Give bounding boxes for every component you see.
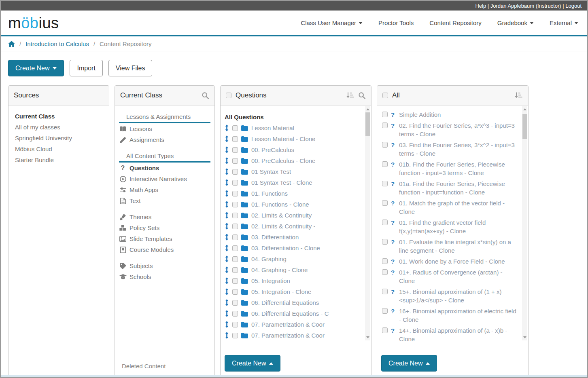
question-row[interactable]: ? 01b. Find the Fourier Series, Piecewis… <box>382 160 518 177</box>
folder-label[interactable]: 06. Differential Equations <box>251 299 319 306</box>
folder-row[interactable]: 01 Syntax Test - Clone <box>225 177 363 188</box>
question-row[interactable]: ? 01a. Find the Fourier Series, Piecewis… <box>382 179 518 196</box>
folder-row[interactable]: 01. Functions <box>225 188 363 199</box>
question-checkbox[interactable] <box>382 112 388 117</box>
content-type-item[interactable]: ? Questions <box>119 163 210 173</box>
folder-checkbox[interactable] <box>232 300 238 306</box>
question-checkbox[interactable] <box>382 308 388 314</box>
folder-label[interactable]: 07. Parametrization & Coor <box>251 321 325 328</box>
question-label[interactable]: 16+. Binomial approximation of electric … <box>399 307 518 324</box>
question-label[interactable]: 03. Find the Fourier Series, 3*x^2 - inp… <box>399 141 518 158</box>
folder-row[interactable]: 05. Integration <box>225 275 363 286</box>
content-type-item[interactable]: Lessons & Assignments <box>119 111 210 123</box>
question-label[interactable]: 15+. Binomial approximation of (1 + x) <… <box>399 287 518 304</box>
folder-checkbox[interactable] <box>232 213 238 218</box>
folder-label[interactable]: 04. Graphing - Clone <box>251 266 308 273</box>
question-row[interactable]: ? 14+. Binomial approximation of (a - x)… <box>382 326 518 341</box>
question-label[interactable]: 01. Find the gradient vector field f(x,y… <box>399 218 518 235</box>
folder-row[interactable]: 06. Differential Equations <box>225 297 363 308</box>
select-all-checkbox[interactable] <box>226 93 231 98</box>
scrollbar-thumb[interactable] <box>522 114 527 139</box>
folder-row[interactable]: 03. Differentiation - Clone <box>225 243 363 253</box>
folder-row[interactable]: 06. Differential Equations - C <box>225 308 363 319</box>
move-handle-icon[interactable] <box>225 277 229 284</box>
topbar-link[interactable]: Jordan Applebaum (Instructor) <box>486 3 561 9</box>
sort-icon[interactable] <box>346 92 354 99</box>
folder-checkbox[interactable] <box>232 147 238 153</box>
content-type-item[interactable] <box>119 255 210 260</box>
nav-item[interactable]: Content Repository <box>429 19 481 26</box>
folder-checkbox[interactable] <box>232 158 238 164</box>
question-checkbox[interactable] <box>382 327 388 333</box>
folder-checkbox[interactable] <box>232 278 238 284</box>
source-item[interactable]: All of my classes <box>15 122 102 133</box>
folder-label[interactable]: 01 Syntax Test <box>251 168 291 175</box>
folder-row[interactable]: 04. Graphing - Clone <box>225 264 363 275</box>
move-handle-icon[interactable] <box>225 266 229 273</box>
folder-row[interactable]: 01 Syntax Test <box>225 166 363 177</box>
question-row[interactable]: ? 03. Find the Fourier Series, 3*x^2 - i… <box>382 141 518 158</box>
question-label[interactable]: 01. Evaluate the line integral x*sin(y) … <box>399 238 518 255</box>
move-handle-icon[interactable] <box>225 256 229 262</box>
folder-checkbox[interactable] <box>232 256 238 262</box>
question-label[interactable]: 01a. Find the Fourier Series, Piecewise … <box>399 179 518 196</box>
question-checkbox[interactable] <box>382 142 388 148</box>
content-type-item[interactable]: Slide Templates <box>119 233 210 244</box>
scroll-up-arrow[interactable] <box>522 107 527 112</box>
folder-label[interactable]: 04. Graphing <box>251 256 287 262</box>
question-row[interactable]: ? 02. Find the Fourier Series, a*x^3 - i… <box>382 121 518 138</box>
home-icon[interactable] <box>8 41 15 47</box>
topbar-link[interactable]: Logout <box>561 3 582 9</box>
content-type-item[interactable]: Course Modules <box>119 244 210 255</box>
folder-checkbox[interactable] <box>232 333 238 338</box>
folder-checkbox[interactable] <box>232 125 238 131</box>
topbar-link[interactable]: Help <box>475 3 486 9</box>
mobius-logo[interactable]: möbius <box>8 15 59 31</box>
folder-checkbox[interactable] <box>232 311 238 317</box>
folder-row[interactable]: 03. Differentiation <box>225 232 363 243</box>
move-handle-icon[interactable] <box>225 168 229 175</box>
scrollbar[interactable] <box>365 106 370 340</box>
scroll-down-arrow[interactable] <box>522 335 527 340</box>
question-checkbox[interactable] <box>382 269 388 275</box>
folder-label[interactable]: Lesson Material <box>251 125 294 131</box>
scrollbar[interactable] <box>522 106 527 340</box>
content-type-item[interactable] <box>119 206 210 211</box>
folder-row[interactable]: Lesson Material <box>225 122 363 133</box>
content-type-item[interactable]: Lessons <box>119 123 210 134</box>
create-new-button-all[interactable]: Create New <box>381 355 437 372</box>
question-row[interactable]: ? 01. Evaluate the line integral x*sin(y… <box>382 238 518 255</box>
question-row[interactable]: ? 01. Match the graph of the vector fiel… <box>382 199 518 216</box>
move-handle-icon[interactable] <box>225 234 229 241</box>
content-type-item[interactable]: Policy Sets <box>119 222 210 233</box>
folder-row[interactable]: 00. PreCalculus - Clone <box>225 155 363 166</box>
folder-row[interactable]: 02. Limits & Continuity <box>225 210 363 221</box>
folder-row[interactable]: 01. Functions - Clone <box>225 199 363 210</box>
folder-row[interactable]: 02. Limits & Continuity - <box>225 221 363 232</box>
move-handle-icon[interactable] <box>225 245 229 251</box>
move-handle-icon[interactable] <box>225 212 229 219</box>
folder-checkbox[interactable] <box>232 224 238 229</box>
folder-checkbox[interactable] <box>232 234 238 240</box>
folder-label[interactable]: Lesson Material - Clone <box>251 135 315 142</box>
question-checkbox[interactable] <box>382 220 388 225</box>
folder-label[interactable]: 01. Functions - Clone <box>251 201 309 208</box>
sort-icon[interactable] <box>514 92 523 99</box>
source-item[interactable]: Springfield University <box>15 133 102 144</box>
source-item[interactable]: Starter Bundle <box>15 154 102 165</box>
folder-checkbox[interactable] <box>232 289 238 295</box>
import-button[interactable]: Import <box>70 60 102 76</box>
folder-checkbox[interactable] <box>232 191 238 196</box>
question-label[interactable]: Simple Addition <box>399 110 441 119</box>
move-handle-icon[interactable] <box>225 310 229 317</box>
folder-label[interactable]: 05. Integration - Clone <box>251 288 311 295</box>
folder-label[interactable]: 01 Syntax Test - Clone <box>251 179 312 186</box>
question-label[interactable]: 14+. Binomial approximation of (a - x)b … <box>399 326 518 341</box>
content-type-item[interactable] <box>119 145 210 150</box>
search-icon[interactable] <box>202 92 209 99</box>
view-files-button[interactable]: View Files <box>108 60 153 76</box>
folder-label[interactable]: 02. Limits & Continuity - <box>251 223 315 230</box>
deleted-content-link[interactable]: Deleted Content <box>122 363 166 370</box>
move-handle-icon[interactable] <box>225 125 229 131</box>
move-handle-icon[interactable] <box>225 299 229 306</box>
